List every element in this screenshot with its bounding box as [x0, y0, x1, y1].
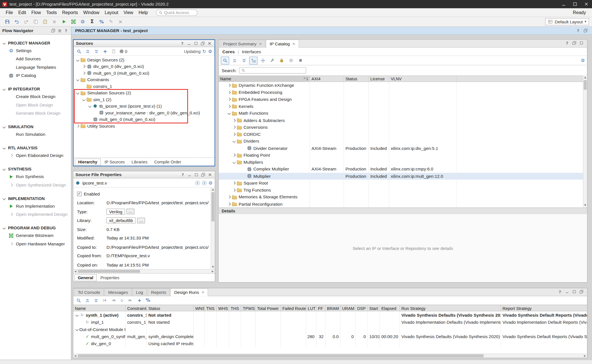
expander-open-icon[interactable]	[76, 313, 79, 316]
expander-closed-icon[interactable]	[232, 154, 235, 157]
ip-row-embedded-processing[interactable]: Embedded Processing	[218, 89, 587, 96]
forward-icon[interactable]	[202, 180, 207, 186]
fn-item-open-implemented-design[interactable]: Open Implemented Design	[0, 210, 71, 218]
float-icon[interactable]	[583, 28, 588, 33]
source-node-your-instance-name-div-gen-0[interactable]: your_instance_name : div_gen_0 (div_gen_…	[74, 109, 215, 116]
help-icon[interactable]: ?	[575, 28, 581, 33]
scroll-up-icon[interactable]: ▲	[211, 188, 215, 192]
run-icon[interactable]	[60, 18, 68, 26]
expander-open-icon[interactable]	[227, 112, 231, 115]
expander-open-icon[interactable]	[88, 105, 91, 108]
tab-log[interactable]: Log	[132, 288, 147, 296]
sfp-vertical-scrollbar[interactable]: ▲ ▼	[211, 188, 215, 269]
source-node-div-gen-0[interactable]: div_gen_0 (div_gen_0.xci)	[74, 63, 215, 70]
expander-open-icon[interactable]	[232, 161, 235, 164]
add-icon[interactable]	[101, 48, 109, 55]
fn-item-run-synthesis[interactable]: Run Synthesis	[0, 172, 71, 181]
expander-open-icon[interactable]	[232, 140, 235, 143]
float-icon[interactable]	[200, 172, 206, 177]
undo-icon[interactable]	[12, 18, 21, 26]
expander-closed-icon[interactable]	[82, 65, 85, 68]
edit-icon[interactable]: ✎	[107, 18, 115, 26]
column-header-status[interactable]: Status	[344, 76, 369, 81]
fn-item-run-implementation[interactable]: Run Implementation	[0, 202, 71, 210]
ip-row-multipliers[interactable]: Multipliers	[218, 159, 587, 166]
menu-edit[interactable]: Edit	[16, 9, 28, 16]
run-icon[interactable]	[118, 297, 126, 304]
hierarchy-icon[interactable]	[249, 56, 257, 64]
column-header-name[interactable]: Name^ 1	[218, 76, 310, 81]
ip-row-dynamic-function-exchange[interactable]: Dynamic Function eXchange	[218, 82, 587, 89]
column-header-vlnv[interactable]: VLNV	[389, 76, 456, 81]
window-close-icon[interactable]	[581, 0, 592, 8]
menu-icon[interactable]: ≡	[57, 28, 62, 33]
minimize-icon[interactable]	[187, 172, 192, 177]
column-header-bram[interactable]: BRAM	[325, 305, 341, 311]
tab-ip-catalog[interactable]: IP Catalog×	[266, 40, 299, 48]
menu-view[interactable]: View	[121, 9, 136, 16]
close-icon[interactable]: ×	[207, 41, 212, 46]
sources-tab-compile-order[interactable]: Compile Order	[151, 159, 184, 165]
design-run-row-mult-gen-0-synth-1[interactable]: ✓mult_gen_0_synth_1mult_gen_0synth_desig…	[73, 333, 587, 340]
column-header-axi4[interactable]: AXI4	[310, 76, 344, 81]
customize-icon[interactable]	[268, 56, 276, 64]
ip-search-input[interactable]	[239, 67, 306, 74]
expander-closed-icon[interactable]	[232, 188, 235, 192]
expander-open-icon[interactable]	[76, 58, 79, 61]
maximize-icon[interactable]	[572, 289, 577, 294]
scroll-thumb[interactable]	[78, 354, 484, 358]
fn-item-create-block-design[interactable]: Create Block Design	[0, 92, 71, 101]
source-node-constraints[interactable]: Constraints	[74, 76, 215, 83]
reset-hierarchy-icon[interactable]	[259, 56, 267, 64]
fn-section-header-simulation[interactable]: SIMULATION	[0, 123, 71, 130]
column-header-lut[interactable]: LUT	[306, 305, 316, 311]
step-back-icon[interactable]	[109, 297, 117, 304]
help-icon[interactable]: ?	[557, 289, 563, 294]
source-node-sim-1[interactable]: sim_1 (2)	[74, 96, 215, 103]
maximize-icon[interactable]	[193, 41, 199, 46]
tab-tcl-console[interactable]: Tcl Console	[74, 288, 104, 296]
save-icon[interactable]	[3, 18, 11, 26]
expander-closed-icon[interactable]	[227, 105, 231, 108]
menu-window[interactable]: Window	[81, 9, 102, 16]
expander-closed-icon[interactable]	[227, 98, 231, 101]
expander-closed-icon[interactable]	[82, 72, 85, 75]
column-header-whs[interactable]: WHS	[217, 305, 229, 311]
percent-icon[interactable]: %	[144, 297, 152, 304]
minimize-icon[interactable]	[564, 289, 570, 294]
expander-closed-icon[interactable]	[232, 119, 235, 122]
scroll-thumb[interactable]	[78, 270, 140, 273]
column-header-failed-routes[interactable]: Failed Routes	[281, 305, 306, 311]
help-icon[interactable]: ?	[180, 41, 185, 46]
column-header-elapsed[interactable]: Elapsed	[380, 305, 400, 311]
expander-closed-icon[interactable]	[227, 84, 231, 87]
menu-layout[interactable]: Layout	[102, 9, 121, 16]
message-count-badge[interactable]: 0	[120, 49, 127, 54]
column-header-run-strategy[interactable]: Run Strategy	[400, 305, 501, 311]
subtab-cores[interactable]: Cores	[222, 49, 235, 54]
sfp-tab-properties[interactable]: Properties	[97, 274, 122, 280]
column-header-uram[interactable]: URAM	[341, 305, 356, 311]
subtab-interfaces[interactable]: Interfaces	[242, 49, 261, 54]
source-node-utility-sources[interactable]: Utility Sources	[74, 123, 215, 129]
stop-icon[interactable]	[296, 56, 304, 64]
expander-open-icon[interactable]	[76, 328, 79, 331]
quick-access-search[interactable]: Quick Access	[156, 9, 197, 16]
percent-icon[interactable]: %	[98, 18, 106, 26]
window-maximize-icon[interactable]	[569, 0, 581, 8]
fn-section-header-rtl-analysis[interactable]: RTL ANALYSIS	[0, 144, 71, 151]
fn-item-open-block-design[interactable]: Open Block Design	[0, 101, 71, 109]
scroll-left-icon[interactable]: ◀	[73, 269, 78, 273]
close-icon[interactable]: ×	[202, 290, 204, 295]
paste-icon[interactable]	[41, 18, 49, 26]
scroll-up-icon[interactable]: ▲	[583, 76, 587, 80]
ip-row-cordic[interactable]: CORDIC	[218, 131, 587, 138]
expander-closed-icon[interactable]	[227, 203, 231, 206]
expander-closed-icon[interactable]	[232, 133, 235, 136]
target-icon[interactable]	[287, 56, 295, 64]
sfp-horizontal-scrollbar[interactable]: ◀ ▶	[73, 269, 215, 273]
menu-reports[interactable]: Reports	[59, 9, 81, 16]
ip-row-dividers[interactable]: Dividers	[218, 138, 587, 145]
fn-item-generate-block-design[interactable]: Generate Block Design	[0, 109, 71, 117]
scroll-down-icon[interactable]: ▼	[583, 203, 587, 208]
